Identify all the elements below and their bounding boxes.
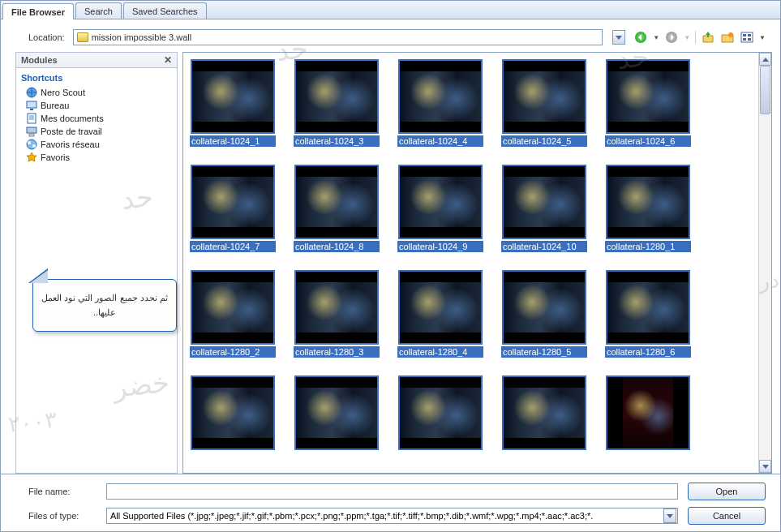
thumbnail-grid: collateral-1024_1collateral-1024_3collat…	[190, 59, 755, 453]
sidebar-item-poste-de-travail[interactable]: Poste de travail	[26, 125, 177, 138]
open-button[interactable]: Open	[688, 483, 766, 500]
sidebar-item-mes-documents[interactable]: Mes documents	[26, 112, 177, 125]
separator	[695, 31, 696, 44]
tab-saved-searches[interactable]: Saved Searches	[123, 2, 207, 19]
file-name-input[interactable]	[106, 483, 678, 500]
svg-point-0	[728, 32, 733, 37]
sidebar-close-button[interactable]: ✕	[164, 54, 172, 66]
location-input[interactable]: mission impossible 3.wall	[73, 29, 603, 45]
sidebar-item-label: Nero Scout	[41, 88, 85, 97]
thumbnail-caption: collateral-1280_2	[190, 346, 276, 358]
thumbnail-image	[606, 59, 690, 134]
files-of-type-value: All Supported Files (*.jpg;*.jpeg;*.jif;…	[110, 511, 593, 521]
tab-search[interactable]: Search	[75, 2, 122, 19]
thumbnail-item[interactable]	[605, 375, 691, 453]
thumbnail-item[interactable]: collateral-1280_2	[190, 270, 276, 358]
sidebar-item-label: Favoris	[41, 152, 70, 162]
thumbnail-image	[502, 270, 586, 345]
thumbnail-item[interactable]	[501, 375, 587, 453]
scroll-thumb[interactable]	[760, 66, 770, 114]
thumbnail-item[interactable]	[190, 375, 276, 453]
thumbnail-image	[398, 59, 483, 134]
back-button[interactable]	[633, 30, 648, 45]
cancel-button[interactable]: Cancel	[688, 507, 766, 525]
thumbnail-item[interactable]: collateral-1024_10	[501, 165, 587, 252]
thumbnail-image	[191, 270, 275, 345]
thumbnail-image	[191, 59, 275, 134]
thumbnail-item[interactable]: collateral-1280_6	[605, 270, 691, 358]
location-dropdown-button[interactable]	[612, 30, 625, 45]
thumbnail-image	[606, 165, 690, 239]
dropdown-icon[interactable]: ▼	[759, 34, 766, 41]
desktop-icon	[26, 100, 37, 111]
up-button[interactable]	[701, 30, 715, 45]
thumbnail-image	[294, 270, 379, 345]
tab-bar: File Browser Search Saved Searches	[1, 1, 780, 19]
scroll-down-button[interactable]	[759, 460, 771, 473]
svg-rect-7	[27, 101, 36, 108]
scrollbar[interactable]	[758, 53, 771, 473]
sidebar-item-favoris-réseau[interactable]: Favoris réseau	[26, 138, 177, 151]
shortcuts-label: Shortcuts	[16, 71, 177, 84]
thumbnail-item[interactable]: collateral-1280_1	[605, 165, 691, 252]
thumbnail-caption: collateral-1280_4	[397, 346, 483, 358]
svg-rect-11	[29, 134, 34, 136]
callout-wrap: ثم نحدد جميع الصور التي نود العمل عليها.…	[32, 279, 177, 332]
file-name-label: File name:	[28, 487, 97, 496]
gallery: collateral-1024_1collateral-1024_3collat…	[182, 52, 772, 474]
thumbnail-item[interactable]: collateral-1024_3	[294, 59, 380, 147]
thumbnail-item[interactable]: collateral-1024_7	[190, 165, 276, 252]
callout-text: ثم نحدد جميع الصور التي نود العمل عليها.…	[41, 293, 167, 317]
thumbnail-item[interactable]: collateral-1280_4	[397, 270, 483, 358]
thumbnail-item[interactable]: collateral-1024_4	[397, 59, 483, 147]
file-browser-window: File Browser Search Saved Searches Locat…	[0, 0, 781, 532]
files-of-type-label: Files of type:	[28, 511, 97, 521]
scroll-up-button[interactable]	[759, 53, 771, 66]
thumbnail-image	[606, 375, 690, 450]
sidebar: Modules ✕ Shortcuts Nero ScoutBureauMes …	[15, 52, 178, 474]
thumbnail-item[interactable]: collateral-1280_3	[294, 270, 380, 358]
svg-rect-1	[741, 32, 753, 42]
thumbnail-image	[191, 375, 275, 450]
thumbnail-item[interactable]: collateral-1280_5	[501, 270, 587, 358]
svg-point-12	[27, 139, 36, 149]
thumbnail-image	[502, 59, 586, 134]
toolbar-nav: ▼ ▼ ▼	[633, 30, 766, 45]
bottom-panel: File name: Open Files of type: All Suppo…	[1, 474, 780, 531]
view-mode-button[interactable]	[740, 30, 754, 45]
scroll-track[interactable]	[759, 66, 771, 460]
sidebar-item-label: Favoris réseau	[41, 139, 100, 149]
thumbnail-caption: collateral-1280_6	[605, 346, 691, 358]
thumbnail-item[interactable]: collateral-1024_8	[294, 165, 380, 252]
thumbnail-item[interactable]	[294, 375, 380, 453]
files-of-type-dropdown-button[interactable]	[663, 508, 676, 523]
thumbnail-item[interactable]: collateral-1024_6	[605, 59, 691, 147]
thumbnail-item[interactable]: collateral-1024_9	[397, 165, 483, 252]
sidebar-item-bureau[interactable]: Bureau	[26, 99, 177, 112]
dropdown-icon[interactable]: ▼	[653, 34, 659, 41]
sidebar-item-favoris[interactable]: Favoris	[26, 151, 177, 164]
new-folder-button[interactable]	[720, 30, 735, 45]
thumbnail-item[interactable]: collateral-1024_5	[501, 59, 587, 147]
thumbnail-image	[294, 59, 379, 134]
forward-button[interactable]	[664, 30, 679, 45]
thumbnail-caption: collateral-1024_6	[605, 135, 691, 147]
sidebar-item-nero-scout[interactable]: Nero Scout	[26, 86, 177, 99]
svg-rect-2	[743, 34, 746, 36]
svg-rect-8	[30, 109, 33, 110]
svg-point-13	[28, 141, 31, 144]
thumbnail-image	[502, 375, 586, 450]
thumbnail-caption: collateral-1024_8	[294, 241, 380, 252]
tab-file-browser[interactable]: File Browser	[2, 3, 74, 19]
thumbnail-item[interactable]: collateral-1024_1	[190, 59, 276, 147]
sidebar-item-label: Poste de travail	[41, 127, 102, 136]
svg-rect-9	[28, 114, 36, 123]
thumbnail-caption: collateral-1024_7	[190, 241, 276, 252]
thumbnail-image	[502, 165, 586, 239]
svg-rect-5	[748, 38, 751, 41]
svg-rect-3	[748, 34, 751, 36]
svg-rect-10	[27, 127, 36, 133]
thumbnail-item[interactable]	[397, 375, 483, 453]
files-of-type-combo[interactable]: All Supported Files (*.jpg;*.jpeg;*.jif;…	[106, 508, 678, 524]
watermark: خضر	[112, 366, 171, 404]
